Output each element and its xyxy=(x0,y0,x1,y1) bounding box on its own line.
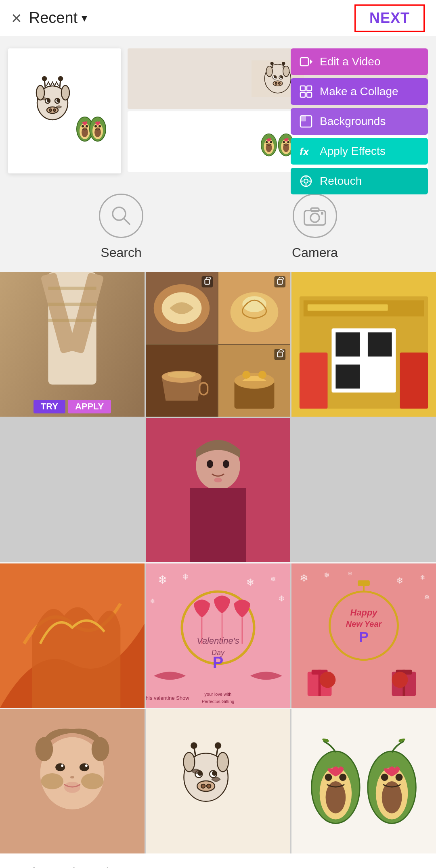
backgrounds-icon xyxy=(299,114,313,129)
grid-cell-orange[interactable] xyxy=(0,563,145,708)
retouch-label: Retouch xyxy=(320,175,362,188)
grid-cell-avocado[interactable] xyxy=(291,709,436,853)
svg-point-160 xyxy=(61,764,63,767)
collage-inner xyxy=(146,272,290,417)
camera-icon-circle xyxy=(293,194,337,238)
svg-text:❄: ❄ xyxy=(424,593,430,601)
svg-point-38 xyxy=(279,82,281,84)
make-collage-button[interactable]: Make a Collage xyxy=(291,78,428,105)
svg-point-158 xyxy=(55,763,65,771)
svg-rect-109 xyxy=(300,353,328,409)
svg-point-154 xyxy=(320,672,336,688)
tools-row: Search Camera xyxy=(0,182,436,272)
preview-main-image xyxy=(8,48,121,173)
svg-point-191 xyxy=(382,781,402,814)
svg-point-116 xyxy=(214,478,222,482)
backgrounds-button[interactable]: Backgrounds xyxy=(291,108,428,135)
svg-rect-82 xyxy=(201,276,213,288)
video-icon xyxy=(299,54,313,69)
header-left: × Recent ▾ xyxy=(11,9,87,27)
svg-text:❄: ❄ xyxy=(278,594,285,603)
svg-point-164 xyxy=(81,773,104,789)
svg-text:❄: ❄ xyxy=(348,570,352,577)
photo-grid: TRY APPLY xyxy=(0,272,436,562)
effects-icon: fx xyxy=(299,144,313,159)
svg-point-11 xyxy=(47,107,58,113)
grid-cell-shop[interactable] xyxy=(291,272,436,417)
close-button[interactable]: × xyxy=(11,9,22,27)
svg-point-13 xyxy=(53,109,56,111)
svg-text:Perfectus Gifting: Perfectus Gifting xyxy=(202,699,235,704)
svg-rect-70 xyxy=(321,212,323,215)
grid-cell-valentine[interactable]: ❄ ❄ ❄ ❄ ❄ ❄ Valentine's Day P This valen… xyxy=(146,563,290,708)
svg-point-162 xyxy=(70,776,74,778)
svg-point-26 xyxy=(266,66,272,77)
svg-rect-98 xyxy=(274,349,285,360)
next-button[interactable]: NEXT xyxy=(354,4,425,32)
svg-point-44 xyxy=(270,141,272,144)
apply-effects-button[interactable]: fx Apply Effects xyxy=(291,138,428,165)
svg-text:This valentine Show: This valentine Show xyxy=(146,695,189,701)
search-tool[interactable]: Search xyxy=(24,194,218,260)
svg-rect-87 xyxy=(274,276,285,288)
svg-point-159 xyxy=(80,763,89,771)
svg-rect-110 xyxy=(400,353,428,409)
grid-cell-girl[interactable] xyxy=(0,709,145,853)
svg-point-43 xyxy=(266,141,268,144)
grid-cell-fashion1[interactable]: TRY APPLY xyxy=(0,272,145,417)
svg-point-97 xyxy=(258,371,266,379)
svg-point-8 xyxy=(47,99,50,102)
svg-point-166 xyxy=(36,737,53,762)
svg-point-49 xyxy=(287,141,289,144)
svg-rect-57 xyxy=(300,116,306,121)
svg-text:❄: ❄ xyxy=(300,572,308,584)
svg-point-22 xyxy=(94,125,97,127)
svg-rect-107 xyxy=(335,365,360,389)
svg-point-187 xyxy=(325,774,332,781)
action-buttons-panel: Edit a Video Make a Collage Backgrounds … xyxy=(291,48,428,194)
svg-point-31 xyxy=(282,62,285,65)
retouch-button[interactable]: Retouch xyxy=(291,168,428,194)
selection-count-text: 2 of 10 selected xyxy=(12,865,424,868)
svg-text:❄: ❄ xyxy=(420,574,425,581)
photo-grid-2: ❄ ❄ ❄ ❄ ❄ ❄ Valentine's Day P This valen… xyxy=(0,563,436,708)
svg-text:New Year: New Year xyxy=(346,620,382,628)
svg-point-35 xyxy=(281,76,283,78)
grid-cell-newyear[interactable]: ❄ ❄ ❄ ❄ ❄ ❄ Happy New Year P xyxy=(291,563,436,708)
svg-point-155 xyxy=(392,672,408,688)
grid-cell-fashion2[interactable] xyxy=(146,418,290,562)
svg-point-6 xyxy=(59,77,63,81)
svg-point-60 xyxy=(304,179,308,183)
camera-icon xyxy=(303,205,327,227)
collage-icon xyxy=(299,84,313,99)
svg-text:❄: ❄ xyxy=(396,576,403,586)
edit-video-button[interactable]: Edit a Video xyxy=(291,48,428,75)
svg-rect-55 xyxy=(307,92,312,97)
svg-text:❄: ❄ xyxy=(246,577,254,588)
svg-rect-105 xyxy=(335,332,360,357)
svg-text:P: P xyxy=(213,653,224,671)
svg-point-10 xyxy=(57,99,59,102)
svg-point-12 xyxy=(49,109,52,111)
svg-text:❄: ❄ xyxy=(270,575,276,583)
svg-point-182 xyxy=(207,784,211,788)
apply-badge[interactable]: APPLY xyxy=(68,400,111,413)
svg-point-163 xyxy=(41,773,63,789)
search-label: Search xyxy=(101,245,141,260)
svg-point-175 xyxy=(215,743,221,749)
svg-point-170 xyxy=(183,752,195,772)
grid-cell-coffee-collage[interactable] xyxy=(146,272,290,417)
chevron-down-icon: ▾ xyxy=(82,11,87,25)
make-collage-label: Make a Collage xyxy=(320,85,398,98)
svg-rect-52 xyxy=(300,86,305,91)
grid-cell-drawing[interactable] xyxy=(146,709,290,853)
svg-point-37 xyxy=(275,82,277,84)
svg-text:❄: ❄ xyxy=(150,598,155,605)
camera-tool[interactable]: Camera xyxy=(218,194,412,260)
svg-point-167 xyxy=(92,737,109,762)
svg-point-165 xyxy=(64,782,80,793)
search-icon-circle xyxy=(99,194,143,238)
try-badge[interactable]: TRY xyxy=(34,400,65,413)
svg-point-68 xyxy=(310,213,319,222)
title-dropdown[interactable]: Recent ▾ xyxy=(29,9,87,27)
